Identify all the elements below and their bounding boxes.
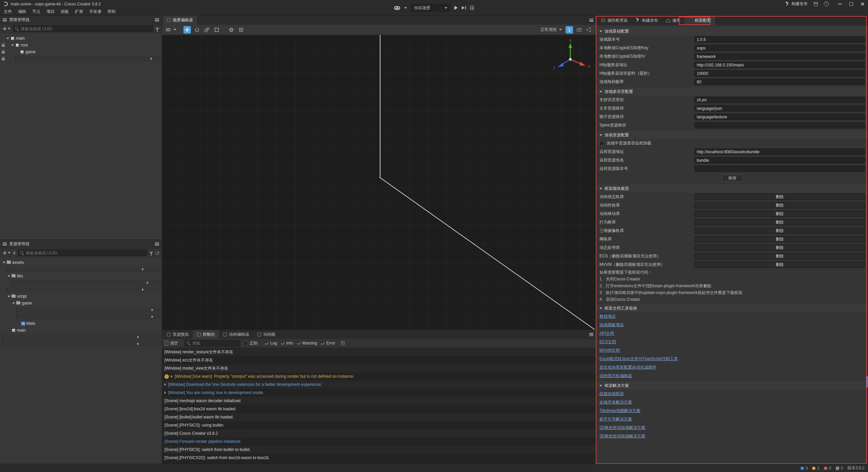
hierarchy-node-row[interactable]: root: [0, 42, 162, 48]
asset-node-row[interactable]: initialize: [0, 313, 162, 320]
asset-node-row[interactable]: common: [0, 307, 162, 313]
expand-arrow-icon[interactable]: [7, 287, 162, 292]
3d-2d-toggle[interactable]: 3D: [165, 27, 171, 32]
move-tool[interactable]: [183, 26, 191, 34]
layout-grid-icon[interactable]: [470, 6, 474, 10]
section-header-modules[interactable]: 框架模块裁剪: [596, 184, 868, 193]
menu-item[interactable]: 文件: [1, 8, 15, 16]
console-log-row[interactable]: [Scene] [PHYSICS2D]: switch from box2d-w…: [162, 454, 596, 462]
delete-module-button[interactable]: 删除: [694, 228, 865, 234]
text-input[interactable]: 1.0.5: [694, 36, 865, 43]
text-input[interactable]: zh,en: [694, 97, 865, 103]
preview-platform-icon[interactable]: [394, 6, 400, 10]
maximize-button[interactable]: [849, 2, 853, 6]
solution-link[interactable]: Tiledmap地图解决方案: [599, 408, 640, 414]
expand-arrow-icon[interactable]: [12, 300, 16, 306]
log-filter-checkbox[interactable]: Warning: [296, 341, 317, 346]
scale-tool[interactable]: [203, 26, 211, 34]
text-input[interactable]: language/texture: [694, 114, 865, 120]
panel-menu-icon[interactable]: [589, 333, 593, 336]
menu-item[interactable]: 项目: [43, 8, 58, 16]
asset-node-row[interactable]: seedrandom: [0, 279, 162, 286]
solution-link[interactable]: 3D角色扮演游戏解决方案: [599, 433, 645, 439]
log-expand-caret[interactable]: [164, 383, 166, 386]
status-count[interactable]: 1: [812, 466, 820, 471]
solution-link[interactable]: 2D角色扮演游戏解决方案: [599, 425, 645, 431]
expand-arrow-icon[interactable]: [11, 42, 15, 48]
regex-checkbox[interactable]: 正则: [243, 340, 258, 346]
text-input[interactable]: [694, 122, 865, 129]
minimize-button[interactable]: [838, 4, 842, 4]
console-log-row[interactable]: [Scene] meshopt wasm decoder initialized: [162, 397, 596, 405]
menu-item[interactable]: 开发者: [86, 8, 104, 16]
save-button[interactable]: 保存: [722, 175, 743, 182]
text-input[interactable]: bundle: [694, 157, 865, 163]
asset-node-row[interactable]: game: [0, 300, 162, 307]
delete-module-button[interactable]: 删除: [694, 244, 865, 251]
filter-icon[interactable]: [150, 252, 153, 254]
console-log-row[interactable]: [Window] render_texture文件夹不存在: [162, 348, 596, 356]
asset-node-row[interactable]: internal: [0, 334, 162, 340]
console-log-row[interactable]: [Scene] [PHYSICS]: switch from builtin t…: [162, 446, 596, 454]
create-asset-button[interactable]: [3, 251, 11, 255]
doc-link[interactable]: 动画状态机编辑器: [599, 373, 632, 379]
menu-item[interactable]: 帮助: [104, 8, 119, 16]
delete-module-button[interactable]: 删除: [694, 261, 865, 268]
export-log-icon[interactable]: [341, 341, 344, 345]
solution-link[interactable]: 新手引导解决方案: [599, 416, 632, 422]
log-expand-caret[interactable]: [164, 391, 166, 394]
asset-node-row[interactable]: oops-framework: [0, 340, 162, 347]
text-input[interactable]: framework: [694, 53, 865, 60]
solution-link[interactable]: 全栈开发解决方案: [599, 399, 632, 405]
log-filter-checkbox[interactable]: Error: [320, 341, 335, 346]
inspector-scrollbar[interactable]: [866, 25, 868, 464]
expand-arrow-icon[interactable]: [7, 267, 162, 272]
doc-link[interactable]: 原生包热更新配置自动生成插件: [599, 365, 656, 370]
hierarchy-node-row[interactable]: game: [0, 48, 162, 55]
clear-console-button[interactable]: 清空: [165, 340, 178, 346]
delete-module-button[interactable]: 删除: [694, 253, 865, 259]
section-header-language[interactable]: 游戏多语言配置: [596, 87, 868, 96]
build-publish-button[interactable]: 构建发布: [785, 1, 808, 7]
doc-link[interactable]: Excel格式转Json文件与TypeScript代码工具: [599, 356, 678, 362]
camera-settings-button[interactable]: [575, 26, 583, 34]
chevron-down-icon[interactable]: [174, 29, 176, 31]
inspector-tab[interactable]: 框架配置: [685, 16, 715, 25]
expand-arrow-icon[interactable]: [16, 314, 162, 319]
status-count[interactable]: 3: [801, 466, 808, 471]
expand-arrow-icon[interactable]: [15, 56, 162, 61]
panel-menu-icon[interactable]: [589, 19, 593, 22]
doc-link[interactable]: 教程项目: [599, 314, 616, 319]
console-log-row[interactable]: [Window] model_view文件夹不存在: [162, 364, 596, 372]
console-log-row[interactable]: [Scene] Cocos Creator v3.8.2: [162, 429, 596, 437]
text-input[interactable]: 60: [694, 79, 865, 85]
console-log-row[interactable]: [Window] [Vue warn]: Property "onInput" …: [162, 372, 596, 380]
asset-node-row[interactable]: Main: [0, 320, 162, 327]
console-log-row[interactable]: [Scene] Forward render pipeline initiali…: [162, 437, 596, 446]
status-count[interactable]: 0: [836, 466, 843, 471]
preview-target-dropdown[interactable]: 当前场景: [411, 4, 450, 12]
text-input[interactable]: language/json: [694, 105, 865, 112]
expand-arrow-icon[interactable]: [7, 294, 11, 299]
lighting-toggle[interactable]: [566, 26, 573, 34]
text-input[interactable]: http://192.168.0.150/main/: [694, 62, 865, 68]
inspector-tab[interactable]: 构建发布: [632, 16, 662, 25]
text-input[interactable]: 10000: [694, 70, 865, 77]
delete-module-button[interactable]: 删除: [694, 202, 865, 209]
delete-module-button[interactable]: 删除: [694, 194, 865, 200]
doc-link[interactable]: MVVM文档: [599, 348, 620, 353]
filter-icon[interactable]: [156, 28, 159, 30]
status-count[interactable]: 0: [824, 466, 831, 471]
expand-arrow-icon[interactable]: [16, 307, 162, 313]
section-header-solutions[interactable]: 框架解决方案: [596, 381, 868, 390]
section-header-resource[interactable]: 游戏资源配置: [596, 131, 868, 139]
log-expand-caret[interactable]: [171, 375, 173, 378]
asset-node-row[interactable]: main: [0, 327, 162, 334]
expand-arrow-icon[interactable]: [6, 36, 10, 41]
menu-item[interactable]: 编辑: [15, 8, 29, 16]
step-button[interactable]: [462, 6, 466, 9]
play-button[interactable]: [454, 6, 458, 10]
solution-link[interactable]: 战旗游戏框架: [599, 391, 624, 397]
expand-arrow-icon[interactable]: [2, 334, 162, 340]
scene-editor-tab[interactable]: 场景编辑器: [163, 16, 197, 25]
